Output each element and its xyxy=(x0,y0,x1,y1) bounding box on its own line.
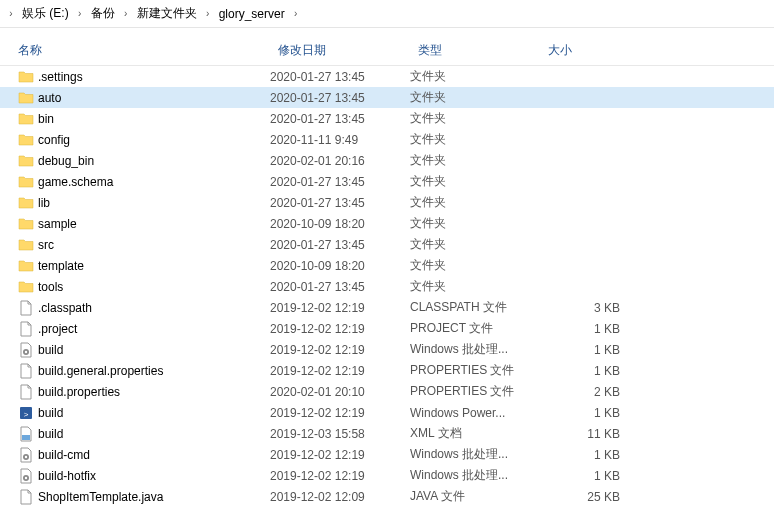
file-name-cell: config xyxy=(18,132,270,148)
column-header-date[interactable]: 修改日期 xyxy=(270,36,410,65)
file-row[interactable]: auto2020-01-27 13:45文件夹 xyxy=(0,87,774,108)
file-size-label: 1 KB xyxy=(540,322,630,336)
file-type-label: JAVA 文件 xyxy=(410,488,540,505)
file-row[interactable]: template2020-10-09 18:20文件夹 xyxy=(0,255,774,276)
file-date-label: 2020-01-27 13:45 xyxy=(270,175,410,189)
file-row[interactable]: build.properties2020-02-01 20:10PROPERTI… xyxy=(0,381,774,402)
file-name-label: build xyxy=(38,427,63,441)
breadcrumb[interactable]: ›娱乐 (E:)›备份›新建文件夹›glory_server› xyxy=(0,0,774,28)
gear-icon xyxy=(18,342,34,358)
file-date-label: 2019-12-02 12:09 xyxy=(270,490,410,504)
file-name-cell: build-cmd xyxy=(18,447,270,463)
file-date-label: 2020-01-27 13:45 xyxy=(270,196,410,210)
file-name-cell: .project xyxy=(18,321,270,337)
chevron-right-icon[interactable]: › xyxy=(119,2,133,26)
file-row[interactable]: game.schema2020-01-27 13:45文件夹 xyxy=(0,171,774,192)
file-icon xyxy=(18,489,34,505)
file-name-label: build xyxy=(38,343,63,357)
file-name-cell: build.general.properties xyxy=(18,363,270,379)
file-row[interactable]: ShopItemTemplate.java2019-12-02 12:09JAV… xyxy=(0,486,774,507)
file-type-label: 文件夹 xyxy=(410,173,540,190)
file-date-label: 2019-12-02 12:19 xyxy=(270,448,410,462)
file-name-cell: tools xyxy=(18,279,270,295)
file-type-label: 文件夹 xyxy=(410,89,540,106)
chevron-right-icon[interactable]: › xyxy=(201,2,215,26)
file-type-label: Windows 批处理... xyxy=(410,446,540,463)
column-header-type[interactable]: 类型 xyxy=(410,36,540,65)
file-date-label: 2019-12-02 12:19 xyxy=(270,343,410,357)
file-type-label: 文件夹 xyxy=(410,236,540,253)
file-row[interactable]: build2019-12-02 12:19Windows 批处理...1 KB xyxy=(0,339,774,360)
folder-icon xyxy=(18,258,34,274)
file-size-label: 1 KB xyxy=(540,448,630,462)
file-row[interactable]: build-hotfix2019-12-02 12:19Windows 批处理.… xyxy=(0,465,774,486)
file-date-label: 2020-01-27 13:45 xyxy=(270,70,410,84)
file-row[interactable]: config2020-11-11 9:49文件夹 xyxy=(0,129,774,150)
file-name-label: src xyxy=(38,238,54,252)
file-date-label: 2020-01-27 13:45 xyxy=(270,238,410,252)
file-date-label: 2020-02-01 20:16 xyxy=(270,154,410,168)
file-row[interactable]: debug_bin2020-02-01 20:16文件夹 xyxy=(0,150,774,171)
file-size-label: 1 KB xyxy=(540,343,630,357)
file-size-label: 1 KB xyxy=(540,406,630,420)
xml-icon xyxy=(18,426,34,442)
file-name-label: tools xyxy=(38,280,63,294)
file-name-cell: build xyxy=(18,342,270,358)
file-row[interactable]: build-cmd2019-12-02 12:19Windows 批处理...1… xyxy=(0,444,774,465)
folder-icon xyxy=(18,153,34,169)
file-name-cell: bin xyxy=(18,111,270,127)
chevron-right-icon[interactable]: › xyxy=(73,2,87,26)
file-date-label: 2020-01-27 13:45 xyxy=(270,280,410,294)
file-date-label: 2019-12-02 12:19 xyxy=(270,364,410,378)
column-header-size[interactable]: 大小 xyxy=(540,36,640,65)
chevron-right-icon[interactable]: › xyxy=(289,2,303,26)
file-row[interactable]: build2019-12-03 15:58XML 文档11 KB xyxy=(0,423,774,444)
chevron-right-icon[interactable]: › xyxy=(4,2,18,26)
file-size-label: 3 KB xyxy=(540,301,630,315)
file-date-label: 2020-01-27 13:45 xyxy=(270,91,410,105)
file-name-cell: .settings xyxy=(18,69,270,85)
gear-icon xyxy=(18,468,34,484)
file-type-label: 文件夹 xyxy=(410,68,540,85)
file-date-label: 2020-10-09 18:20 xyxy=(270,259,410,273)
breadcrumb-item[interactable]: 新建文件夹 xyxy=(133,2,201,26)
file-name-cell: ShopItemTemplate.java xyxy=(18,489,270,505)
file-row[interactable]: bin2020-01-27 13:45文件夹 xyxy=(0,108,774,129)
folder-icon xyxy=(18,69,34,85)
file-row[interactable]: .project2019-12-02 12:19PROJECT 文件1 KB xyxy=(0,318,774,339)
file-icon xyxy=(18,321,34,337)
file-type-label: 文件夹 xyxy=(410,131,540,148)
file-row[interactable]: build2019-12-02 12:19Windows Power...1 K… xyxy=(0,402,774,423)
file-size-label: 2 KB xyxy=(540,385,630,399)
file-name-label: .classpath xyxy=(38,301,92,315)
file-row[interactable]: sample2020-10-09 18:20文件夹 xyxy=(0,213,774,234)
file-row[interactable]: build.general.properties2019-12-02 12:19… xyxy=(0,360,774,381)
file-row[interactable]: .classpath2019-12-02 12:19CLASSPATH 文件3 … xyxy=(0,297,774,318)
column-header-name[interactable]: 名称 xyxy=(0,36,270,65)
file-name-cell: build xyxy=(18,405,270,421)
file-type-label: CLASSPATH 文件 xyxy=(410,299,540,316)
file-name-cell: debug_bin xyxy=(18,153,270,169)
file-name-cell: game.schema xyxy=(18,174,270,190)
file-type-label: PROPERTIES 文件 xyxy=(410,383,540,400)
folder-icon xyxy=(18,174,34,190)
file-name-label: .settings xyxy=(38,70,83,84)
file-type-label: 文件夹 xyxy=(410,257,540,274)
breadcrumb-item[interactable]: 备份 xyxy=(87,2,119,26)
file-name-label: build.properties xyxy=(38,385,120,399)
breadcrumb-item[interactable]: 娱乐 (E:) xyxy=(18,2,73,26)
file-name-label: .project xyxy=(38,322,77,336)
breadcrumb-item[interactable]: glory_server xyxy=(215,2,289,26)
file-size-label: 11 KB xyxy=(540,427,630,441)
file-row[interactable]: lib2020-01-27 13:45文件夹 xyxy=(0,192,774,213)
folder-icon xyxy=(18,90,34,106)
file-type-label: PROPERTIES 文件 xyxy=(410,362,540,379)
folder-icon xyxy=(18,216,34,232)
file-date-label: 2020-10-09 18:20 xyxy=(270,217,410,231)
file-row[interactable]: .settings2020-01-27 13:45文件夹 xyxy=(0,66,774,87)
file-row[interactable]: src2020-01-27 13:45文件夹 xyxy=(0,234,774,255)
file-name-cell: sample xyxy=(18,216,270,232)
file-name-label: bin xyxy=(38,112,54,126)
file-row[interactable]: tools2020-01-27 13:45文件夹 xyxy=(0,276,774,297)
file-name-cell: lib xyxy=(18,195,270,211)
